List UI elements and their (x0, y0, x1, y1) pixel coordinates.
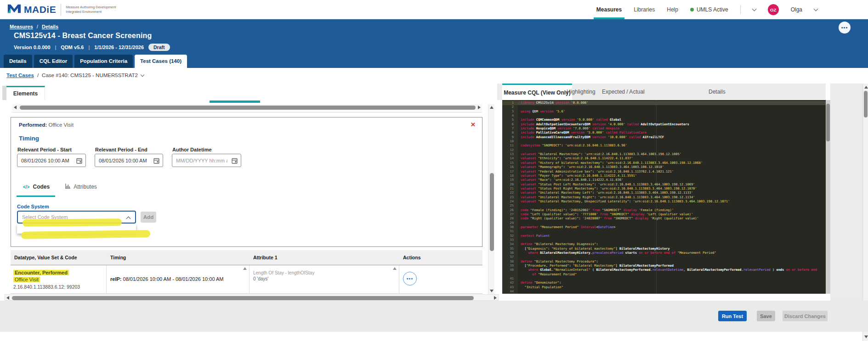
tab-details[interactable]: Details (709, 84, 726, 100)
scroll-right-icon[interactable] (494, 296, 497, 300)
cql-editor[interactable]: 1library CMS125v14 version '0.0.000'23us… (502, 100, 826, 294)
scroll-down-icon[interactable] (490, 290, 494, 292)
nav-item-libraries[interactable]: Libraries (634, 0, 655, 19)
element-card: ✕ Performed: Office Visit Timing Relevan… (11, 117, 482, 247)
panel-horizontal-scrollbar[interactable] (5, 294, 499, 301)
calendar-icon[interactable] (76, 157, 82, 166)
measure-tabs: Details CQL Editor Population Criteria T… (4, 55, 187, 68)
run-test-button[interactable]: Run Test (718, 311, 747, 321)
scroll-up-icon[interactable] (490, 106, 494, 109)
tabstrip-notch (2, 86, 6, 100)
period-start-input[interactable] (21, 154, 72, 167)
highlighter-mark (23, 218, 122, 227)
scroll-up-icon[interactable] (243, 267, 247, 270)
nav-divider (740, 5, 741, 14)
col-header-actions: Actions (399, 255, 482, 260)
row-actions-button[interactable]: ••• (403, 272, 417, 285)
top-nav: Measures Libraries Help UMLS Active OZ O… (596, 0, 817, 19)
cql-line: 41 (502, 277, 826, 281)
row-valueset: Office Visit (13, 277, 40, 282)
cell-datatype: Encounter, Performed Office Visit 2.16.8… (11, 265, 107, 293)
cql-line: 22valueset "Unilateral Mastectomy Left":… (502, 191, 826, 195)
cql-line: 38define "Bilateral Mastectomy Procedure… (502, 260, 826, 264)
cql-line: 27code "Left (qualifier value)": '777100… (502, 212, 826, 217)
row-attribute-value: 0 'days' (253, 276, 268, 281)
scroll-up-icon[interactable] (393, 267, 397, 270)
scroll-left-icon[interactable] (6, 296, 9, 300)
scroll-left-icon[interactable] (14, 106, 17, 109)
cell-attribute1: Length Of Stay - lengthOfStay 0 'days' (250, 265, 399, 293)
cql-line: 42define "Denominator": (502, 281, 826, 285)
cql-line: 25 (502, 204, 826, 208)
author-datetime-input[interactable] (176, 154, 227, 167)
tab-test-cases[interactable]: Test Cases (140) (135, 55, 187, 68)
tab-details[interactable]: Details (4, 55, 32, 68)
measure-period: 1/1/2026 - 12/31/2026 (94, 45, 144, 50)
highlighter-mark (21, 230, 150, 239)
tab-elements[interactable]: Elements (6, 86, 45, 100)
save-button[interactable]: Save (757, 311, 775, 321)
cql-line: 2 (502, 105, 826, 109)
testcase-chevron-down-icon[interactable] (141, 73, 144, 76)
measure-header: Measures / Details CMS125v14 - Breast Ca… (0, 19, 868, 68)
top-bar: MADiE Measure Authoring Development Inte… (0, 0, 868, 19)
cql-line: 31 (502, 229, 826, 234)
scroll-right-icon[interactable] (478, 106, 481, 109)
code-icon: </> (23, 184, 29, 190)
editor-scrollbar[interactable] (826, 100, 830, 294)
cell-actions: ••• (399, 265, 482, 293)
scrollbar-thumb[interactable] (490, 173, 494, 251)
author-datetime-field (172, 154, 241, 167)
cql-line: 24valueset "Unilateral Mastectomy, Unspe… (502, 200, 826, 204)
calendar-icon[interactable] (153, 157, 159, 166)
meta-divider: | (55, 45, 57, 50)
cql-line: 18valueset "Payer Type": 'urn:oid:2.16.8… (502, 174, 826, 178)
col-header-datatype: Datatype, Value Set & Code (11, 255, 107, 260)
chevron-up-icon (126, 217, 131, 221)
calendar-icon[interactable] (232, 157, 238, 166)
scrollbar-thumb[interactable] (826, 104, 830, 141)
tab-measure-cql[interactable]: Measure CQL (View Only) (502, 84, 572, 100)
tab-highlighting[interactable]: Highlighting (567, 84, 596, 100)
scroll-down-icon[interactable] (864, 335, 868, 338)
right-gutter (830, 84, 862, 301)
avatar[interactable]: OZ (768, 4, 779, 15)
cql-rows: 1library CMS125v14 version '0.0.000'23us… (502, 101, 826, 294)
elements-vertical-scrollbar[interactable] (488, 104, 494, 294)
tab-population-criteria[interactable]: Population Criteria (74, 55, 133, 68)
nav-item-measures[interactable]: Measures (596, 0, 622, 19)
cql-line: 16valueset "Mammography": 'urn:oid:2.16.… (502, 165, 826, 169)
measure-meta: Version 0.0.000 | QDM v5.6 | 1/1/2026 - … (14, 44, 170, 51)
madie-logo[interactable]: MADiE Measure Authoring Development Inte… (7, 3, 116, 16)
nav-item-help[interactable]: Help (667, 0, 678, 19)
umls-status-dot (690, 8, 694, 11)
element-datatype: Performed: Office Visit (19, 122, 74, 128)
add-button[interactable]: Add (141, 212, 156, 223)
umls-status-label: UMLS Active (697, 6, 728, 13)
scrollbar-thumb[interactable] (20, 106, 476, 110)
scroll-up-icon[interactable] (864, 86, 868, 89)
tab-cql-editor[interactable]: CQL Editor (34, 55, 73, 68)
breadcrumb-measures-link[interactable]: Measures (10, 24, 33, 29)
period-end-input[interactable] (99, 154, 149, 167)
cql-line: of "Measurement Period" (502, 273, 826, 277)
brand-name: MADiE (24, 4, 56, 15)
more-options-button[interactable]: ••• (839, 22, 851, 34)
breadcrumb-details-link[interactable]: Details (42, 24, 58, 29)
umls-chevron-down-icon[interactable] (752, 7, 756, 11)
status-badge: Draft (148, 44, 170, 51)
scrollbar-thumb[interactable] (12, 296, 474, 300)
tab-codes[interactable]: </> Codes (23, 184, 50, 190)
user-chevron-down-icon[interactable] (814, 7, 818, 11)
breadcrumb-separator: / (37, 24, 38, 29)
discard-changes-button[interactable]: Discard Changes (783, 311, 828, 321)
testcases-link[interactable]: Test Cases (6, 73, 34, 78)
row-code: 2.16.840.1.113883.6.12: 99203 (13, 284, 80, 290)
tab-expected-actual[interactable]: Expected / Actual (602, 84, 645, 100)
cql-line: 14valueset "Ethnicity": 'urn:oid:2.16.84… (502, 157, 826, 161)
elements-horizontal-scrollbar[interactable] (12, 104, 482, 111)
close-icon[interactable]: ✕ (471, 121, 476, 128)
code-system-label: Code System (17, 204, 49, 209)
tab-attributes[interactable]: Attributes (65, 184, 97, 190)
scrollbar-thumb[interactable] (864, 91, 868, 117)
